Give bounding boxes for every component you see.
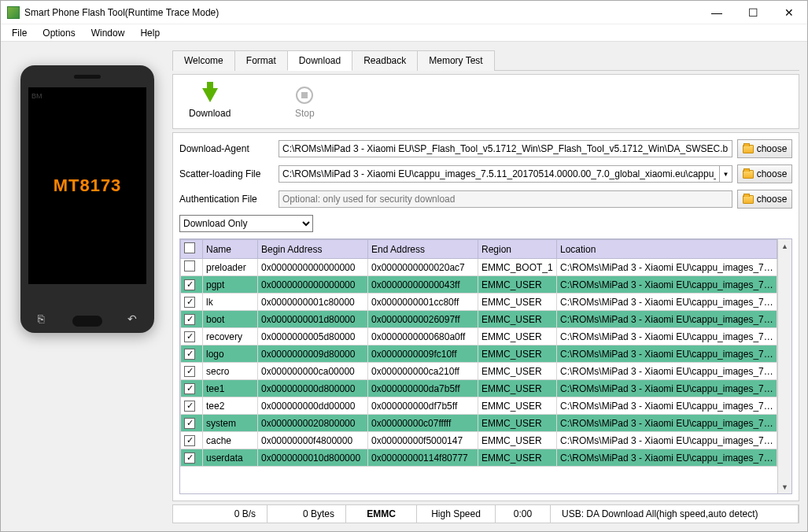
mode-row: Download Only — [179, 215, 792, 232]
table-row[interactable]: recovery0x0000000005d800000x000000000068… — [181, 328, 777, 345]
row-checkbox[interactable] — [184, 314, 195, 325]
row-checkbox[interactable] — [184, 349, 195, 360]
table-row[interactable]: lk0x0000000001c800000x0000000001cc80ffEM… — [181, 294, 777, 311]
row-end: 0x00000000026097ff — [368, 311, 478, 328]
row-check-cell[interactable] — [181, 380, 203, 397]
row-region: EMMC_USER — [478, 449, 557, 467]
header-begin[interactable]: Begin Address — [258, 240, 368, 259]
header-region[interactable]: Region — [478, 240, 557, 259]
vertical-scrollbar[interactable]: ▲ ▼ — [777, 239, 791, 493]
row-name: cache — [203, 432, 258, 449]
scatter-choose-button[interactable]: choose — [737, 164, 792, 183]
scatter-file-row: Scatter-loading File ▼ choose — [179, 164, 792, 183]
row-location: C:\ROMs\MiPad 3 - Xiaomi EU\cappu_images… — [557, 345, 777, 363]
header-location[interactable]: Location — [557, 240, 777, 259]
table-row[interactable]: cache0x00000000f48000000x00000000f500014… — [181, 432, 777, 449]
partition-table: Name Begin Address End Address Region Lo… — [180, 239, 777, 467]
row-check-cell[interactable] — [181, 363, 203, 380]
minimize-button[interactable]: — — [699, 1, 735, 24]
row-check-cell[interactable] — [181, 415, 203, 432]
row-check-cell[interactable] — [181, 432, 203, 449]
row-region: EMMC_USER — [478, 397, 557, 415]
row-check-cell[interactable] — [181, 345, 203, 363]
row-checkbox[interactable] — [184, 279, 195, 290]
scroll-down-icon[interactable]: ▼ — [778, 480, 791, 493]
row-end: 0x00000000000043ff — [368, 276, 478, 294]
choose-label: choose — [757, 194, 788, 205]
stop-button[interactable]: Stop — [293, 84, 315, 119]
row-check-cell[interactable] — [181, 294, 203, 311]
partition-table-scroll[interactable]: Name Begin Address End Address Region Lo… — [180, 239, 777, 493]
table-row[interactable]: system0x00000000208000000x00000000c07fff… — [181, 415, 777, 432]
menu-options[interactable]: Options — [35, 26, 83, 40]
scroll-up-icon[interactable]: ▲ — [778, 239, 791, 253]
header-end[interactable]: End Address — [368, 240, 478, 259]
phone-preview-pane: BM MT8173 ⎘ ↶ — [9, 50, 166, 523]
status-connection: USB: DA Download All(high speed,auto det… — [551, 505, 799, 523]
row-checkbox[interactable] — [184, 435, 195, 446]
status-time: 0:00 — [496, 505, 551, 523]
row-end: 0x0000000000680a0ff — [368, 328, 478, 345]
scatter-dropdown-icon[interactable]: ▼ — [719, 166, 732, 182]
select-all-checkbox[interactable] — [184, 242, 195, 253]
row-checkbox[interactable] — [184, 383, 195, 394]
tab-welcome[interactable]: Welcome — [172, 50, 235, 71]
tab-download[interactable]: Download — [287, 50, 352, 71]
row-location: C:\ROMs\MiPad 3 - Xiaomi EU\cappu_images… — [557, 449, 777, 467]
download-agent-label: Download-Agent — [179, 143, 274, 154]
scatter-input[interactable] — [279, 166, 719, 182]
menu-help[interactable]: Help — [132, 26, 168, 40]
table-row[interactable]: boot0x0000000001d800000x00000000026097ff… — [181, 311, 777, 328]
menu-window[interactable]: Window — [83, 26, 133, 40]
folder-icon — [743, 195, 754, 204]
download-agent-choose-button[interactable]: choose — [737, 139, 792, 158]
download-mode-select[interactable]: Download Only — [179, 215, 313, 232]
row-check-cell[interactable] — [181, 449, 203, 467]
row-checkbox[interactable] — [184, 418, 195, 429]
row-check-cell[interactable] — [181, 259, 203, 276]
auth-choose-button[interactable]: choose — [737, 190, 792, 209]
tab-readback[interactable]: Readback — [352, 50, 418, 71]
row-checkbox[interactable] — [184, 331, 195, 342]
header-check[interactable] — [181, 240, 203, 259]
row-checkbox[interactable] — [184, 260, 195, 272]
row-location: C:\ROMs\MiPad 3 - Xiaomi EU\cappu_images… — [557, 415, 777, 432]
app-window: Smart Phone Flash Tool(Runtime Trace Mod… — [0, 0, 808, 532]
stop-label: Stop — [295, 108, 315, 119]
tab-memory-test[interactable]: Memory Test — [417, 50, 494, 71]
download-agent-input[interactable] — [279, 140, 732, 157]
auth-input[interactable] — [279, 190, 732, 208]
table-row[interactable]: tee20x000000000dd000000x000000000df7b5ff… — [181, 397, 777, 415]
row-region: EMMC_USER — [478, 363, 557, 380]
menubar: File Options Window Help — [1, 24, 807, 42]
close-button[interactable]: ✕ — [771, 1, 807, 24]
download-button[interactable]: Download — [189, 84, 231, 119]
menu-file[interactable]: File — [4, 26, 35, 40]
phone-bm-label: BM — [31, 92, 42, 100]
table-row[interactable]: logo0x0000000009d800000x0000000009fc10ff… — [181, 345, 777, 363]
tab-format[interactable]: Format — [234, 50, 288, 71]
row-begin: 0x0000000000000000 — [258, 276, 368, 294]
row-checkbox[interactable] — [184, 297, 195, 308]
table-row[interactable]: tee10x000000000d8000000x000000000da7b5ff… — [181, 380, 777, 397]
table-row[interactable]: preloader0x00000000000000000x00000000000… — [181, 259, 777, 276]
form-panel: Download-Agent choose Scatter-loading Fi… — [172, 132, 799, 501]
row-checkbox[interactable] — [184, 401, 195, 412]
row-location: C:\ROMs\MiPad 3 - Xiaomi EU\cappu_images… — [557, 397, 777, 415]
row-location: C:\ROMs\MiPad 3 - Xiaomi EU\cappu_images… — [557, 311, 777, 328]
table-row[interactable]: userdata0x0000000010d8000000x00000000114… — [181, 449, 777, 467]
row-check-cell[interactable] — [181, 311, 203, 328]
row-checkbox[interactable] — [184, 453, 195, 464]
download-agent-row: Download-Agent choose — [179, 139, 792, 158]
row-check-cell[interactable] — [181, 328, 203, 345]
row-begin: 0x000000000dd00000 — [258, 397, 368, 415]
row-check-cell[interactable] — [181, 397, 203, 415]
maximize-button[interactable]: ☐ — [735, 1, 771, 24]
row-check-cell[interactable] — [181, 276, 203, 294]
download-label: Download — [189, 108, 231, 119]
header-name[interactable]: Name — [203, 240, 258, 259]
table-row[interactable]: secro0x000000000ca000000x000000000ca210f… — [181, 363, 777, 380]
window-buttons: — ☐ ✕ — [699, 1, 807, 24]
row-checkbox[interactable] — [184, 366, 195, 377]
table-row[interactable]: pgpt0x00000000000000000x00000000000043ff… — [181, 276, 777, 294]
